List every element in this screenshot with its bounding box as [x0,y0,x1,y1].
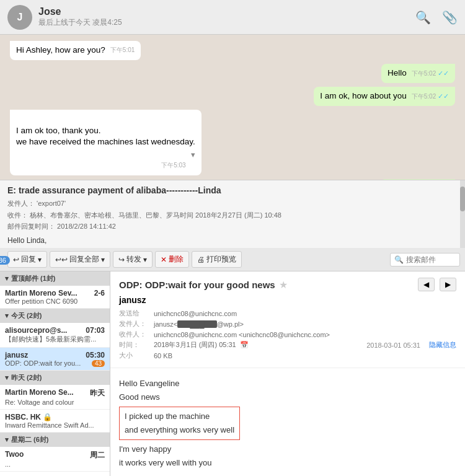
search-box[interactable]: 🔍 [390,253,460,267]
list-item[interactable]: alisourcepro@s...07:03 【邮购快速】5条最新采购需... [0,323,110,348]
meta-to: 收件人： unichcnc08@unichcnc.com <unichcnc08… [119,330,456,339]
print-icon: 🖨 [197,255,205,264]
body-line-4: it works very well with you [119,456,456,470]
dropdown-icon: ▾ [38,255,42,264]
star-icon[interactable]: ★ [279,279,288,291]
mail-subject: 【邮购快速】5条最新采购需... [5,335,105,344]
tb-sidebar: ▾ 置顶邮件 (1封) Martin Moreno Sev...2-6 Offe… [0,271,110,476]
forward-button[interactable]: ↪ 转发 ▾ [113,251,153,268]
date-right: 2018-03-01 05:31 [366,342,420,349]
thunderbird-client: 36 ↩ 回复 ▾ ↩↩ 回复全部 ▾ ↪ 转发 ▾ ✕ 删除 🖨 打印预览 🔍 [0,248,465,476]
message-time: 下午5:01 [110,46,135,55]
group-yesterday: ▾ 昨天 (2封) [0,371,110,385]
email-to: 收件： 杨林、布鲁塞尔、密本哈根、马德里、巴黎、罗马时间 2018年2月27日 … [7,209,458,221]
email-meta: 发件人： 'export07' [7,198,458,209]
whatsapp-chat: J Jose 最后上线于今天 凌晨4:25 🔍 📎 Hi Ashley, how… [0,0,465,180]
sender-name: Martin Moreno Sev...2-6 [5,289,105,298]
forward-icon: ↪ [118,255,125,264]
unread-badge: 43 [92,360,105,367]
message-2: Hello 下午5:02 ✓✓ [381,64,455,83]
reply-all-button[interactable]: ↩↩ 回复全部 ▾ [50,251,110,268]
sender-name: HSBC. HK 🔒 [5,413,105,421]
tb-toolbar: 36 ↩ 回复 ▾ ↩↩ 回复全部 ▾ ↪ 转发 ▾ ✕ 删除 🖨 打印预览 🔍 [0,248,465,271]
print-button[interactable]: 🖨 打印预览 [192,251,242,268]
chat-messages: Hi Ashley, how are you? 下午5:01 Hello 下午5… [0,35,465,180]
to-address: unichcnc08@unichcnc.com <unichcnc08@unic… [154,331,330,338]
tb-main-area: ▾ 置顶邮件 (1封) Martin Moreno Sev...2-6 Offe… [0,271,465,476]
body-line-3: I'm very happy [119,443,456,456]
message-time: 下午5:02 ✓✓ [412,92,449,101]
contact-name: Jose [38,6,415,17]
to-value: 杨林、布鲁塞尔、密本哈根、马德里、巴黎、罗马时间 2018年2月27日 (周二)… [30,211,281,219]
notification-badge: 36 [0,256,10,265]
list-item[interactable]: HSBC. HK 🔒 Inward Remittance Swift Ad... [0,410,110,433]
delete-button[interactable]: ✕ 删除 [155,251,189,268]
mail-subject: Re: Voltage and colour [5,399,105,406]
mail-subject: ... [5,461,105,468]
alibaba-link[interactable]: you are very kind, can i help you give a… [7,247,236,248]
message-text: Hello [388,68,407,77]
group-today: ▾ 今天 (2封) [0,309,110,323]
hide-info-link[interactable]: 隐藏信息 [429,340,456,350]
reply-button[interactable]: ↩ 回复 ▾ [7,251,47,268]
send-time: 2018年3月1日 (周四) 05:31 [154,340,236,350]
group-pinned: ▾ 置顶邮件 (1封) [0,271,110,286]
body-line-2: Good news [119,390,456,404]
list-item[interactable]: janusz05:30 ODP: ODP:wait for you... 43 [0,348,110,371]
contact-status: 最后上线于今天 凌晨4:25 [38,17,415,28]
tick-icon: ✓✓ [438,69,449,77]
prev-button[interactable]: ◀ [418,278,435,291]
sender-display-name: janusz [119,295,456,305]
chevron-down-icon: ▾ [5,374,9,382]
attachment-icon[interactable]: 📎 [442,10,458,25]
email-header: ODP: ODP:wait for your good news ★ ◀ ▶ j… [110,271,465,368]
contact-info: Jose 最后上线于今天 凌晨4:25 [38,6,415,28]
message-time: 下午5:02 ✓✓ [412,69,449,78]
body-line-5 [119,470,456,476]
search-input[interactable] [406,255,456,264]
message-text: I am ok, how about you [320,91,407,100]
meta-time: 时间： 2018年3月1日 (周四) 05:31 📅 2018-03-01 05… [119,340,456,350]
email-body: Hello Linda, you are very kind, can i he… [7,235,458,248]
reply-all-icon: ↩↩ [55,255,68,264]
reply-icon: ↩ [13,255,19,264]
highlighted-text: I picked up the machineand everything wo… [119,407,240,440]
header-icons: 🔍 📎 [415,10,458,25]
message-4: I am ok too, thank you. we have received… [10,110,202,175]
message-3: I am ok, how about you 下午5:02 ✓✓ [314,87,455,106]
size-value: 60 KB [154,352,172,359]
next-button[interactable]: ▶ [440,278,456,291]
avatar: J [7,5,32,30]
chevron-down-icon: ▾ [5,312,9,320]
email-subject: E: trade assurance payment of alibaba---… [7,185,458,195]
mail-subject: ODP: ODP:wait for you... 43 [5,359,105,367]
date-value: 2018/2/28 14:11:42 [57,223,116,230]
email-date: 邮件回复时间： 2018/2/28 14:11:42 [7,221,458,232]
message-text: I am ok too, thank you. we have received… [16,126,195,147]
from-address: unichcnc08@unichcnc.com [154,310,237,317]
from-full: janusz<███@wp.pl> [154,320,244,328]
delete-icon: ✕ [161,255,167,264]
email-preview: E: trade assurance payment of alibaba---… [0,180,465,248]
email-title-row: ODP: ODP:wait for your good news ★ ◀ ▶ [119,278,456,291]
chevron-down-icon: ▾ [5,275,9,283]
chevron-down-icon: ▾ [5,436,9,444]
list-item[interactable]: Twoo周二 ... [0,447,110,472]
sender-name: Twoo周二 [5,450,105,461]
meta-size: 大小 60 KB [119,351,456,360]
tick-icon: ✓✓ [438,92,449,100]
from-label: 发件人： [7,200,35,207]
search-icon[interactable]: 🔍 [415,10,431,25]
from-value: 'export07' [37,200,66,207]
mail-subject: Offer petition CNC 6090 [5,298,105,305]
list-item[interactable]: Martin Moreno Sev...2-6 Offer petition C… [0,286,110,309]
message-1: Hi Ashley, how are you? 下午5:01 [10,41,141,60]
scrollbar-thumb[interactable] [460,187,465,211]
email-content-pane: ODP: ODP:wait for your good news ★ ◀ ▶ j… [110,271,465,476]
calendar-icon: 📅 [240,341,249,349]
message-time: 下午5:03 [161,161,185,170]
list-item[interactable]: Martin Moreno Se...昨天 Re: Voltage and co… [0,385,110,410]
group-tuesday: ▾ 星期二 (6封) [0,433,110,447]
scrollbar[interactable] [460,180,465,248]
email-action-buttons: ◀ ▶ [418,278,456,291]
